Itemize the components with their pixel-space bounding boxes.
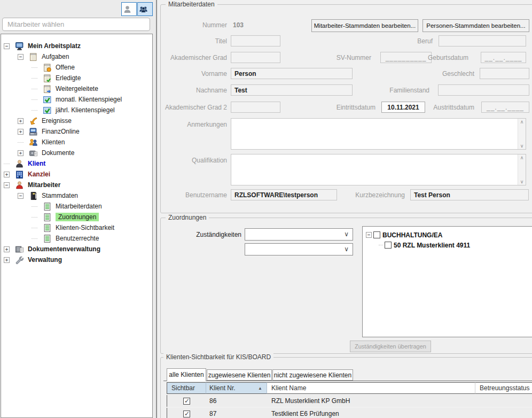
- anmerkungen-textarea[interactable]: [231, 118, 526, 150]
- tree-connector: [32, 217, 37, 218]
- collapse-icon[interactable]: [4, 182, 10, 188]
- table-row-status[interactable]: [475, 408, 532, 418]
- nachname-label: Nachname: [152, 87, 227, 94]
- panel-splitter[interactable]: [153, 0, 158, 418]
- tree-item-monatl-klientenspiegel[interactable]: monatl. Klientenspiegel: [1, 94, 152, 105]
- tree-connector: [32, 238, 37, 239]
- transfer-responsibilities-button[interactable]: Zuständigkeiten übertragen: [350, 340, 431, 352]
- tree-item-klient[interactable]: Klient: [1, 158, 152, 169]
- checkbox-unchecked[interactable]: [373, 231, 380, 238]
- tree-item-label: Benutzerrechte: [56, 235, 99, 242]
- column-header-klient-nr[interactable]: Klient Nr.▲: [206, 382, 267, 394]
- table-row-visible-checkbox[interactable]: [167, 408, 206, 418]
- tab-alle-klienten[interactable]: alle Klienten: [167, 368, 206, 381]
- checkbox-unchecked[interactable]: [385, 242, 392, 249]
- responsibility-dropdown-1[interactable]: [245, 228, 353, 241]
- tree-item-mitarbeiterdaten[interactable]: Mitarbeiterdaten: [1, 201, 152, 212]
- tree-item-kanzlei[interactable]: Kanzlei: [1, 169, 152, 180]
- single-employee-view-button[interactable]: [121, 2, 137, 16]
- table-row-visible-checkbox[interactable]: [167, 395, 206, 407]
- benutzername-field[interactable]: RZLSOFTWARE\testperson: [231, 189, 337, 200]
- tree-item-finanzonline[interactable]: FinanzOnline: [1, 126, 152, 137]
- tab-nicht-zugewiesene-klienten[interactable]: nicht zugewiesene Klienten: [272, 369, 353, 381]
- edit-person-masterdata-button[interactable]: Personen-Stammdaten bearbeiten...: [423, 19, 529, 32]
- collapse-icon[interactable]: [18, 54, 24, 60]
- sv-nummer-label: SV-Nummer: [296, 54, 371, 61]
- column-header-klient-name[interactable]: Klient Name: [267, 382, 475, 394]
- titel-field[interactable]: [231, 35, 280, 47]
- zustaendigkeiten-label: Zuständigkeiten: [167, 231, 241, 238]
- geschlecht-field[interactable]: [480, 68, 529, 79]
- tree-item-offene[interactable]: Offene: [1, 62, 152, 73]
- vorname-field[interactable]: Person: [231, 68, 353, 79]
- employee-search-input[interactable]: [2, 18, 150, 31]
- akad-grad2-field[interactable]: [231, 102, 280, 113]
- all-employees-view-button[interactable]: [137, 2, 153, 16]
- tree-item-zuordnungen[interactable]: Zuordnungen: [1, 212, 152, 222]
- list-icon: [43, 234, 52, 243]
- expand-icon[interactable]: [18, 118, 24, 124]
- expand-icon[interactable]: [4, 246, 10, 252]
- beruf-field[interactable]: [439, 35, 526, 47]
- main-panel: Mitarbeiterdaten Nummer 103 Mitarbeiter-…: [158, 0, 532, 418]
- tree-item-buchhaltung-ea[interactable]: BUCHHALTUNG/EA: [363, 230, 532, 240]
- tree-item-label: Stammdaten: [42, 192, 78, 199]
- expand-icon[interactable]: [4, 172, 10, 177]
- tree-item-musterklient-4911[interactable]: 50 RZL Musterklient 4911: [363, 240, 532, 250]
- checkbox-checked[interactable]: [183, 411, 190, 417]
- tree-item-label-selected: Zuordnungen: [56, 213, 99, 221]
- qualifikation-textarea[interactable]: [231, 154, 526, 185]
- tab-zugewiesene-klienten[interactable]: zugewiesene Klienten: [207, 369, 272, 381]
- table-row-status[interactable]: [475, 395, 532, 407]
- austrittsdatum-label: Austrittsdatum: [400, 104, 474, 111]
- table-row-client-nr[interactable]: 86: [206, 395, 267, 407]
- employee-group-title: Mitarbeiterdaten: [166, 1, 217, 8]
- edit-employee-masterdata-button[interactable]: Mitarbeiter-Stammdaten bearbeiten...: [311, 19, 418, 32]
- scrollbar[interactable]: [518, 119, 526, 149]
- collapse-icon[interactable]: [4, 43, 10, 49]
- scrollbar[interactable]: [518, 154, 526, 185]
- collapse-icon[interactable]: [366, 232, 372, 238]
- tree-item-klienten-sichtbarkeit[interactable]: Klienten-Sichtbarkeit: [1, 222, 152, 233]
- user-group-icon: [139, 5, 148, 14]
- checkbox-checked[interactable]: [183, 398, 190, 405]
- tree-item-label: jährl. Klientenspiegel: [56, 106, 115, 114]
- tree-item-stammdaten[interactable]: Stammdaten: [1, 190, 152, 201]
- table-row-client-name[interactable]: RZL Musterklient KP GmbH: [267, 395, 475, 407]
- tree-item-verwaltung[interactable]: Verwaltung: [1, 254, 152, 265]
- tree-connector: [379, 245, 383, 245]
- expand-icon[interactable]: [4, 257, 10, 263]
- tree-item-label: Verwaltung: [28, 256, 62, 264]
- expand-icon[interactable]: [18, 129, 24, 135]
- column-header-betreuungsstatus[interactable]: Betreuungsstatus: [475, 382, 532, 394]
- kurzbezeichnung-field[interactable]: Test Person: [410, 189, 529, 200]
- tree-item-weitergeleitete[interactable]: Weitergeleitete: [1, 83, 152, 94]
- tree-item-jaehrl-klientenspiegel[interactable]: jährl. Klientenspiegel: [1, 105, 152, 115]
- tree-connector: [32, 228, 37, 228]
- tree-item-erledigte[interactable]: Erledigte: [1, 73, 152, 83]
- tree-item-mein-arbeitsplatz[interactable]: Mein Arbeitsplatz: [1, 41, 152, 51]
- tree-item-dokumente[interactable]: Dokumente: [1, 148, 152, 158]
- benutzername-label: Benutzername: [152, 191, 227, 199]
- table-row-client-name[interactable]: Testklient E6 Prüfungen: [267, 408, 475, 418]
- tree-item-ereignisse[interactable]: Ereignisse: [1, 115, 152, 126]
- geburtsdatum-field[interactable]: __.__.____: [481, 52, 526, 63]
- familienstand-field[interactable]: [438, 84, 529, 96]
- beruf-label: Beruf: [358, 37, 433, 45]
- tree-item-mitarbeiter[interactable]: Mitarbeiter: [1, 180, 152, 190]
- list-icon: [43, 213, 52, 222]
- austrittsdatum-field[interactable]: __.__.____: [481, 102, 529, 113]
- nachname-field[interactable]: Test: [231, 84, 353, 96]
- collapse-icon[interactable]: [18, 193, 24, 199]
- akad-grad-field[interactable]: [231, 52, 280, 63]
- tree-item-aufgaben[interactable]: Aufgaben: [1, 51, 152, 62]
- tree-item-dokumentenverwaltung[interactable]: Dokumentenverwaltung: [1, 244, 152, 254]
- responsibility-dropdown-2[interactable]: [245, 243, 353, 256]
- tree-item-benutzerrechte[interactable]: Benutzerrechte: [1, 233, 152, 244]
- client-icon: [15, 159, 24, 168]
- expand-icon[interactable]: [18, 150, 24, 156]
- column-header-sichtbar[interactable]: Sichtbar: [167, 382, 206, 394]
- tree-connector: [32, 89, 37, 89]
- tree-item-klienten[interactable]: Klienten: [1, 137, 152, 148]
- table-row-client-nr[interactable]: 87: [206, 408, 267, 418]
